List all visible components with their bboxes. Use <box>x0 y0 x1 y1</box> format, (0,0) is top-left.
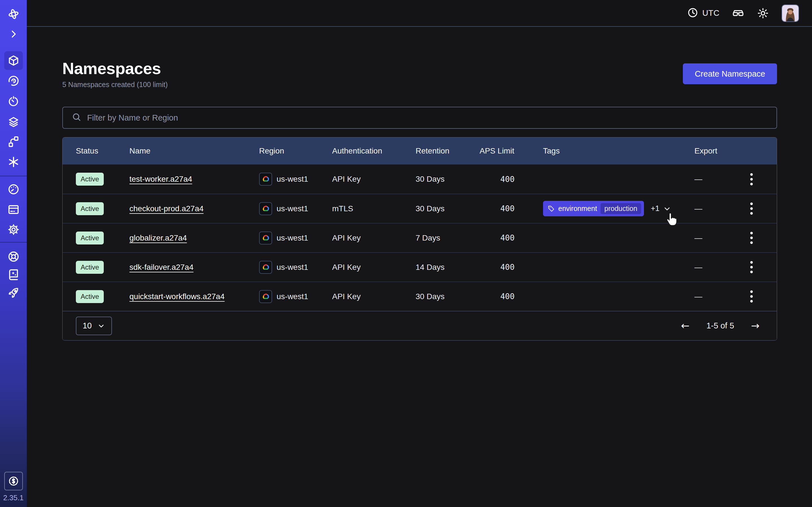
region-cell: us-west1 <box>259 231 332 244</box>
retention-cell: 14 Days <box>416 263 479 272</box>
auth-cell: API Key <box>332 175 416 184</box>
prev-page-button[interactable]: ← <box>681 321 689 331</box>
next-page-button[interactable]: → <box>751 321 760 331</box>
page-title: Namespaces <box>62 59 168 78</box>
sidebar-item-nexus-asterisk-icon[interactable] <box>4 153 23 171</box>
region-cell: us-west1 <box>259 202 332 215</box>
sidebar-divider <box>0 242 27 242</box>
column-header-auth: Authentication <box>332 147 416 156</box>
sidebar-item-schedules-timer-icon[interactable] <box>4 92 23 111</box>
row-actions-kebab[interactable] <box>748 288 755 305</box>
temporal-logo[interactable] <box>4 5 23 23</box>
export-cell: — <box>695 263 740 272</box>
aps-limit-cell: 400 <box>479 175 515 184</box>
google-cloud-icon <box>259 231 272 244</box>
tag-key: environment <box>558 205 597 213</box>
aps-limit-cell: 400 <box>479 233 515 242</box>
namespace-link[interactable]: globalizer.a27a4 <box>130 233 187 242</box>
namespace-link[interactable]: test-worker.a27a4 <box>130 175 192 183</box>
table-body: Active test-worker.a27a4 us-west1 API Ke… <box>63 165 777 311</box>
export-cell: — <box>695 292 740 301</box>
sidebar: 2.35.1 <box>0 0 27 507</box>
tag-pill[interactable]: environment production <box>543 201 644 216</box>
region-cell: us-west1 <box>259 290 332 303</box>
chevron-down-icon <box>663 205 671 213</box>
auth-cell: API Key <box>332 233 416 242</box>
tag-icon <box>548 205 555 212</box>
expand-chevron-icon[interactable] <box>4 25 23 43</box>
sidebar-item-usage-gauge-icon[interactable] <box>4 180 23 199</box>
region-cell: us-west1 <box>259 173 332 186</box>
aps-limit-cell: 400 <box>479 204 515 213</box>
sidebar-item-namespaces[interactable] <box>4 51 23 70</box>
page-header: Namespaces 5 Namespaces created (100 lim… <box>62 59 777 89</box>
table-row: Active quickstart-workflows.a27a4 us-wes… <box>63 282 777 311</box>
namespace-link[interactable]: checkout-prod.a27a4 <box>130 204 204 213</box>
timezone-label: UTC <box>702 8 719 18</box>
row-actions-kebab[interactable] <box>748 200 755 217</box>
filter-bar[interactable] <box>62 107 777 129</box>
chevron-down-icon <box>97 322 105 330</box>
google-cloud-icon <box>259 173 272 186</box>
auth-cell: API Key <box>332 292 416 301</box>
sidebar-item-support-lifebuoy-icon[interactable] <box>4 247 23 266</box>
status-badge: Active <box>76 202 104 215</box>
tag-expand[interactable]: +1 <box>651 204 671 213</box>
user-avatar[interactable] <box>781 4 799 22</box>
sidebar-item-deployments-layers-icon[interactable] <box>4 112 23 131</box>
pagination-range: 1-5 of 5 <box>706 321 734 330</box>
status-badge: Active <box>76 231 104 244</box>
sidebar-item-getting-started-rocket-icon[interactable] <box>4 284 23 302</box>
brightness-icon[interactable] <box>757 7 769 19</box>
retention-cell: 30 Days <box>416 204 479 213</box>
sidebar-item-settings-gear-icon[interactable] <box>4 220 23 239</box>
retention-cell: 30 Days <box>416 292 479 301</box>
column-header-status: Status <box>76 147 130 156</box>
filter-input[interactable] <box>87 113 767 122</box>
export-cell: — <box>695 233 740 242</box>
aps-limit-cell: 400 <box>479 292 515 301</box>
tag-value: production <box>601 203 642 214</box>
namespaces-table: Status Name Region Authentication Retent… <box>62 137 777 341</box>
namespace-link[interactable]: sdk-failover.a27a4 <box>130 263 193 272</box>
auth-cell: mTLS <box>332 204 416 213</box>
page-subtitle: 5 Namespaces created (100 limit) <box>62 80 168 89</box>
create-namespace-button[interactable]: Create Namespace <box>683 63 777 84</box>
glasses-icon[interactable] <box>732 7 744 19</box>
row-actions-kebab[interactable] <box>748 171 755 187</box>
tags-cell-content: environment production +1 <box>543 201 695 216</box>
clock-icon <box>687 7 698 19</box>
column-header-aps: APS Limit <box>479 147 515 156</box>
sidebar-item-monitor-eye-icon[interactable] <box>4 71 23 90</box>
column-header-region: Region <box>259 147 332 156</box>
main-content: Namespaces 5 Namespaces created (100 lim… <box>27 27 812 341</box>
sidebar-item-billing-card-icon[interactable] <box>4 200 23 219</box>
column-header-retention: Retention <box>416 147 479 156</box>
plan-dollar-badge-icon[interactable] <box>4 472 23 490</box>
row-actions-kebab[interactable] <box>748 259 755 276</box>
row-actions-kebab[interactable] <box>748 230 755 246</box>
pagination: ← 1-5 of 5 → <box>681 321 760 331</box>
column-header-tags: Tags <box>515 147 695 156</box>
table-row: Active sdk-failover.a27a4 us-west1 API K… <box>63 252 777 282</box>
sidebar-divider <box>0 176 27 176</box>
region-label: us-west1 <box>276 263 308 272</box>
tag-more-count: +1 <box>651 204 659 213</box>
timezone-selector[interactable]: UTC <box>687 7 719 19</box>
export-cell: — <box>695 175 740 184</box>
page-size-select[interactable]: 10 <box>76 317 112 335</box>
topbar: UTC <box>27 0 812 27</box>
table-header-row: Status Name Region Authentication Retent… <box>63 137 777 165</box>
status-badge: Active <box>76 261 104 274</box>
status-badge: Active <box>76 290 104 303</box>
table-row: Active test-worker.a27a4 us-west1 API Ke… <box>63 165 777 194</box>
region-label: us-west1 <box>276 175 308 184</box>
sidebar-item-pipeline-branch-icon[interactable] <box>4 132 23 151</box>
aps-limit-cell: 400 <box>479 263 515 272</box>
table-row: Active globalizer.a27a4 us-west1 API Key… <box>63 223 777 252</box>
search-icon <box>72 112 82 123</box>
sidebar-item-docs-book-icon[interactable] <box>4 265 23 284</box>
column-header-export: Export <box>695 147 740 156</box>
namespace-link[interactable]: quickstart-workflows.a27a4 <box>130 292 225 301</box>
table-footer: 10 ← 1-5 of 5 → <box>63 311 777 340</box>
